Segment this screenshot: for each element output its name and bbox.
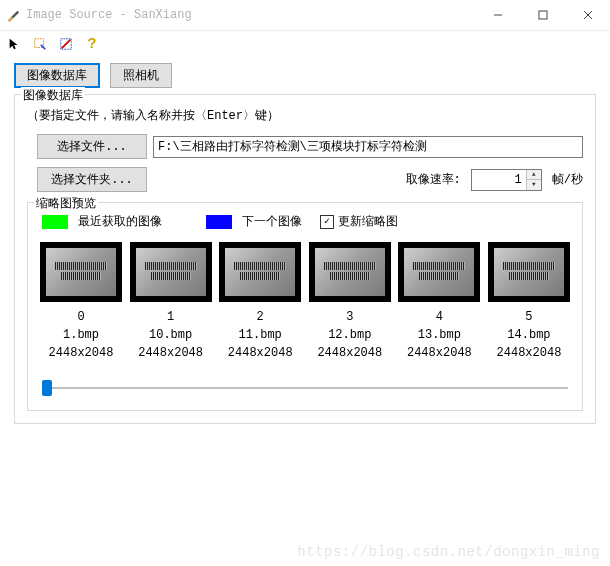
rate-spinner[interactable]: ▲ ▼ (471, 169, 542, 191)
thumbnail-image (130, 242, 212, 302)
thumbnail-dimensions: 2448x2048 (488, 346, 570, 360)
file-path-input[interactable] (153, 136, 583, 158)
tab-image-database[interactable]: 图像数据库 (14, 63, 100, 88)
legend-next-label: 下一个图像 (242, 213, 302, 230)
thumbnail-filename: 11.bmp (219, 328, 301, 342)
svg-rect-0 (539, 11, 547, 19)
choose-folder-button[interactable]: 选择文件夹... (37, 167, 147, 192)
pointer-icon[interactable] (6, 36, 22, 52)
toolbar: ? (0, 31, 610, 57)
tab-row: 图像数据库 照相机 (14, 63, 596, 88)
recent-color-swatch (42, 215, 68, 229)
thumbnail-index: 4 (398, 310, 480, 324)
thumbnail-filename: 10.bmp (130, 328, 212, 342)
thumbnail-row: 01.bmp2448x2048110.bmp2448x2048211.bmp24… (40, 242, 570, 360)
thumbnail-image (40, 242, 122, 302)
rate-value-input[interactable] (472, 170, 526, 190)
thumbnail-item[interactable]: 413.bmp2448x2048 (398, 242, 480, 360)
checkbox-label: 更新缩略图 (338, 213, 398, 230)
thumbnail-filename: 12.bmp (309, 328, 391, 342)
close-button[interactable] (565, 0, 610, 30)
thumbnail-dimensions: 2448x2048 (398, 346, 480, 360)
maximize-button[interactable] (520, 0, 565, 30)
app-icon (6, 8, 20, 22)
rate-up-icon[interactable]: ▲ (527, 170, 541, 180)
thumbnail-item[interactable]: 514.bmp2448x2048 (488, 242, 570, 360)
slider-track (42, 387, 568, 389)
image-database-fieldset: 图像数据库 （要指定文件，请输入名称并按〈Enter〉键） 选择文件... 选择… (14, 94, 596, 424)
legend-recent-label: 最近获取的图像 (78, 213, 162, 230)
choose-file-button[interactable]: 选择文件... (37, 134, 147, 159)
thumbnail-image (398, 242, 480, 302)
rate-down-icon[interactable]: ▼ (527, 179, 541, 190)
next-color-swatch (206, 215, 232, 229)
tab-camera[interactable]: 照相机 (110, 63, 172, 88)
thumbnail-index: 0 (40, 310, 122, 324)
minimize-button[interactable] (475, 0, 520, 30)
thumbnail-filename: 1.bmp (40, 328, 122, 342)
titlebar: Image Source - SanXiang (0, 0, 610, 31)
thumbnail-item[interactable]: 01.bmp2448x2048 (40, 242, 122, 360)
thumbnail-image (309, 242, 391, 302)
no-select-icon[interactable] (58, 36, 74, 52)
fieldset-legend: 图像数据库 (21, 87, 85, 104)
preview-legend: 缩略图预览 (34, 195, 98, 212)
thumbnail-index: 5 (488, 310, 570, 324)
hint-text: （要指定文件，请输入名称并按〈Enter〉键） (27, 107, 583, 124)
rate-unit: 帧/秒 (552, 171, 583, 188)
thumbnail-filename: 14.bmp (488, 328, 570, 342)
thumbnail-dimensions: 2448x2048 (40, 346, 122, 360)
checkbox-icon: ✓ (320, 215, 334, 229)
thumbnail-index: 3 (309, 310, 391, 324)
thumbnail-image (219, 242, 301, 302)
window-title: Image Source - SanXiang (26, 8, 475, 22)
thumbnail-item[interactable]: 312.bmp2448x2048 (309, 242, 391, 360)
help-icon[interactable]: ? (84, 36, 100, 52)
thumbnail-dimensions: 2448x2048 (219, 346, 301, 360)
thumbnail-item[interactable]: 211.bmp2448x2048 (219, 242, 301, 360)
thumbnail-filename: 13.bmp (398, 328, 480, 342)
slider-thumb[interactable] (42, 380, 52, 396)
thumbnail-index: 1 (130, 310, 212, 324)
thumbnail-index: 2 (219, 310, 301, 324)
thumbnail-dimensions: 2448x2048 (309, 346, 391, 360)
thumbnail-dimensions: 2448x2048 (130, 346, 212, 360)
zoom-select-icon[interactable] (32, 36, 48, 52)
rate-label: 取像速率: (406, 171, 461, 188)
thumbnail-preview-fieldset: 缩略图预览 最近获取的图像 下一个图像 ✓ 更新缩略图 01.bmp2448x2… (27, 202, 583, 411)
thumbnail-image (488, 242, 570, 302)
legend-row: 最近获取的图像 下一个图像 ✓ 更新缩略图 (38, 213, 572, 230)
content-area: 图像数据库 照相机 图像数据库 （要指定文件，请输入名称并按〈Enter〉键） … (0, 57, 610, 424)
thumbnail-slider[interactable] (42, 380, 568, 396)
watermark-text: https://blog.csdn.net/dongxin_ming (297, 544, 600, 560)
update-thumbnails-checkbox[interactable]: ✓ 更新缩略图 (320, 213, 398, 230)
thumbnail-item[interactable]: 110.bmp2448x2048 (130, 242, 212, 360)
